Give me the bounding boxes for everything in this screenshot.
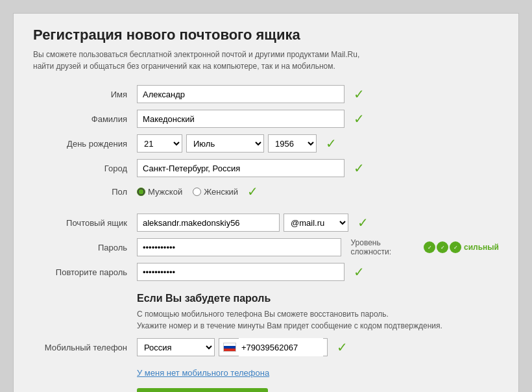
surname-input[interactable] xyxy=(137,110,345,128)
surname-checkmark: ✓ xyxy=(354,111,365,127)
strength-text: Уровень сложности: xyxy=(350,238,421,256)
gender-male-radio[interactable] xyxy=(137,188,145,196)
gender-female-label[interactable]: Женский xyxy=(193,187,238,197)
city-checkmark: ✓ xyxy=(354,160,365,176)
email-checkmark: ✓ xyxy=(357,215,369,230)
name-row: Имя ✓ xyxy=(33,85,499,103)
phone-row: Мобильный телефон Россия Украина Беларус… xyxy=(33,338,499,356)
strength-icon-2: ✓ xyxy=(437,241,448,253)
birthday-row: День рождения 12345678910111213141516171… xyxy=(33,134,499,153)
gender-male-label[interactable]: Мужской xyxy=(137,187,182,197)
email-row: Почтовый ящик @mail.ru @inbox.ru @list.r… xyxy=(33,214,499,232)
phone-input[interactable] xyxy=(239,338,323,356)
name-field: ✓ xyxy=(137,85,365,103)
strength-icons: ✓ ✓ ✓ xyxy=(424,241,461,253)
submit-section: Зарегистрироваться xyxy=(33,378,499,392)
city-input[interactable] xyxy=(137,159,345,177)
strength-icon-1: ✓ xyxy=(424,241,435,253)
register-button[interactable]: Зарегистрироваться xyxy=(137,388,268,392)
gender-radio-group: Мужской Женский xyxy=(137,187,238,197)
birthday-checkmark: ✓ xyxy=(326,136,337,151)
confirm-password-input[interactable] xyxy=(137,263,345,281)
password-strength: Уровень сложности: ✓ ✓ ✓ сильный xyxy=(350,238,499,256)
email-label: Почтовый ящик xyxy=(33,218,137,228)
email-input[interactable] xyxy=(137,214,280,232)
birthday-label: День рождения xyxy=(33,139,137,149)
gender-label: Пол xyxy=(33,187,137,197)
year-select[interactable]: 2026202520242023202220212020201920182017… xyxy=(268,134,317,153)
gender-checkmark: ✓ xyxy=(247,184,258,199)
page-wrapper: Регистрация нового почтового ящика Вы см… xyxy=(13,13,519,392)
recovery-title: Если Вы забудете пароль xyxy=(137,293,499,304)
recovery-section: Если Вы забудете пароль С помощью мобиль… xyxy=(33,293,499,332)
city-field: ✓ xyxy=(137,159,365,177)
password-field: Уровень сложности: ✓ ✓ ✓ сильный xyxy=(137,238,499,256)
no-phone-link[interactable]: У меня нет мобильного телефона xyxy=(33,368,269,378)
surname-field: ✓ xyxy=(137,110,365,128)
svg-text:✓: ✓ xyxy=(453,245,458,251)
confirm-password-row: Повторите пароль ✓ xyxy=(33,263,499,281)
page-description: Вы сможете пользоваться бесплатной элект… xyxy=(33,49,370,72)
email-domain-select[interactable]: @mail.ru @inbox.ru @list.ru @bk.ru xyxy=(284,214,348,232)
surname-row: Фамилия ✓ xyxy=(33,110,499,128)
password-input[interactable] xyxy=(137,238,341,256)
svg-text:✓: ✓ xyxy=(428,245,432,251)
flag-ru-icon xyxy=(223,343,236,352)
confirm-password-label: Повторите пароль xyxy=(33,267,137,277)
password-label: Пароль xyxy=(33,243,137,252)
phone-checkmark: ✓ xyxy=(337,339,348,355)
recovery-desc: С помощью мобильного телефона Вы сможете… xyxy=(137,308,448,332)
strength-icon-3: ✓ xyxy=(450,241,461,253)
password-row: Пароль Уровень сложности: ✓ ✓ ✓ xyxy=(33,238,499,256)
email-field: @mail.ru @inbox.ru @list.ru @bk.ru ✓ xyxy=(137,214,369,232)
gender-female-radio[interactable] xyxy=(193,188,201,196)
confirm-password-checkmark: ✓ xyxy=(354,264,365,280)
country-select[interactable]: Россия Украина Беларусь Казахстан США Др… xyxy=(137,338,215,356)
phone-field: Россия Украина Беларусь Казахстан США Др… xyxy=(137,338,348,356)
gender-female-text: Женский xyxy=(204,187,238,197)
name-checkmark: ✓ xyxy=(354,86,365,102)
name-label: Имя xyxy=(33,90,137,99)
strength-label: сильный xyxy=(464,243,499,252)
phone-prefix xyxy=(219,338,328,356)
confirm-password-field: ✓ xyxy=(137,263,365,281)
gender-male-text: Мужской xyxy=(148,187,182,197)
gender-field: Мужской Женский ✓ xyxy=(137,184,258,199)
gender-row: Пол Мужской Женский ✓ xyxy=(33,184,499,199)
phone-label: Мобильный телефон xyxy=(33,343,137,352)
month-select[interactable]: ЯнварьФевральМартАпрельМайИюньИюльАвгуст… xyxy=(186,134,264,153)
name-input[interactable] xyxy=(137,85,345,103)
page-title: Регистрация нового почтового ящика xyxy=(33,27,499,43)
registration-form-container: Регистрация нового почтового ящика Вы см… xyxy=(13,13,519,392)
city-label: Город xyxy=(33,164,137,173)
svg-text:✓: ✓ xyxy=(441,245,445,251)
surname-label: Фамилия xyxy=(33,114,137,124)
city-row: Город ✓ xyxy=(33,159,499,177)
day-select[interactable]: 1234567891011121314151617181920212223242… xyxy=(137,134,182,153)
birthday-field: 1234567891011121314151617181920212223242… xyxy=(137,134,337,153)
